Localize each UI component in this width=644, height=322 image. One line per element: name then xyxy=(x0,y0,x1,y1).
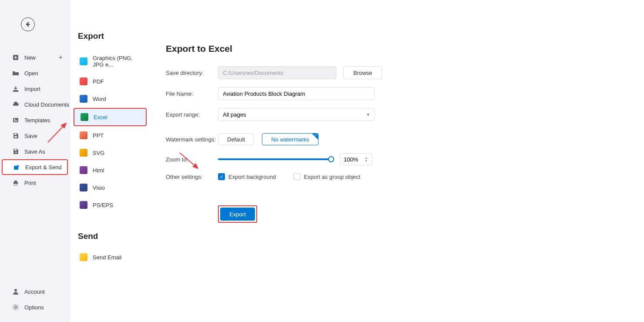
svg-point-26 xyxy=(14,289,17,292)
nav-label: Cloud Documents xyxy=(24,101,69,108)
nav-item-new[interactable]: New+ xyxy=(0,50,70,65)
export-background-label: Export background xyxy=(228,174,276,180)
nav-icon xyxy=(12,85,19,92)
format-item-word[interactable]: Word xyxy=(74,91,147,107)
format-label: PS/EPS xyxy=(93,202,113,208)
svg-rect-20 xyxy=(14,136,17,138)
svg-rect-16 xyxy=(14,119,15,120)
nav-icon xyxy=(12,70,19,77)
format-icon xyxy=(80,131,87,139)
svg-rect-25 xyxy=(14,184,17,185)
back-button[interactable] xyxy=(21,17,35,31)
nav-item-import[interactable]: Import xyxy=(0,81,70,97)
zoom-slider[interactable] xyxy=(218,158,331,160)
nav-label: Save As xyxy=(24,148,45,155)
browse-button[interactable]: Browse xyxy=(343,66,382,79)
plus-icon[interactable]: + xyxy=(59,54,63,61)
nav-icon xyxy=(12,148,19,155)
file-name-label: File Name: xyxy=(166,91,218,97)
nav-label: Print xyxy=(24,180,36,186)
nav-icon xyxy=(12,132,19,139)
save-dir-input[interactable] xyxy=(218,66,336,79)
watermark-label: Watermark settings: xyxy=(166,136,218,143)
page-title: Export to Excel xyxy=(166,44,631,54)
format-label: Send Email xyxy=(93,254,121,261)
format-item-send-email[interactable]: Send Email xyxy=(74,249,147,265)
nav-icon xyxy=(12,288,19,295)
nav-label: Templates xyxy=(24,117,50,124)
format-label: PPT xyxy=(93,132,104,139)
left-nav: New+OpenImportCloud DocumentsTemplatesSa… xyxy=(0,0,70,322)
export-range-label: Export range: xyxy=(166,111,218,118)
format-icon xyxy=(80,113,88,121)
save-dir-label: Save directory: xyxy=(166,70,218,76)
nav-icon xyxy=(12,101,19,108)
format-label: Html xyxy=(93,167,104,174)
export-group-label: Export as group object xyxy=(304,174,360,180)
svg-rect-18 xyxy=(14,121,17,121)
nav-icon xyxy=(12,304,19,311)
main-content: Export to Excel Save directory: Browse F… xyxy=(150,0,644,322)
nav-label: Open xyxy=(24,70,38,77)
format-item-pdf[interactable]: PDF xyxy=(74,73,147,90)
watermark-default-button[interactable]: Default xyxy=(218,133,254,145)
arrow-left-icon xyxy=(24,21,31,28)
svg-rect-17 xyxy=(14,120,17,121)
nav-icon xyxy=(13,164,20,171)
watermark-none-button[interactable]: No watermarks ✓ xyxy=(262,133,318,145)
send-heading: Send xyxy=(70,214,150,248)
export-format-panel: Export Graphics (PNG, JPG e...PDFWordExc… xyxy=(70,0,150,322)
format-item-ps-eps[interactable]: PS/EPS xyxy=(74,197,147,213)
nav-item-print[interactable]: Print xyxy=(0,175,70,191)
nav-icon xyxy=(12,54,19,61)
svg-point-27 xyxy=(15,306,17,309)
format-item-excel[interactable]: Excel xyxy=(74,108,147,126)
nav-label: Export & Send xyxy=(25,164,62,171)
format-icon xyxy=(80,149,87,157)
nav-item-cloud-documents[interactable]: Cloud Documents xyxy=(0,97,70,112)
format-label: Graphics (PNG, JPG e... xyxy=(93,55,141,68)
nav-label: Account xyxy=(24,288,45,295)
nav-label: Save xyxy=(24,133,37,139)
format-icon xyxy=(80,57,87,65)
format-icon xyxy=(80,77,87,85)
format-label: Word xyxy=(93,96,106,102)
svg-rect-19 xyxy=(14,134,17,135)
nav-item-options[interactable]: Options xyxy=(0,299,70,315)
zoom-stepper[interactable]: ▲▼ xyxy=(365,156,368,162)
format-icon xyxy=(80,253,87,261)
nav-icon xyxy=(12,117,19,124)
format-icon xyxy=(80,201,87,209)
nav-item-save-as[interactable]: Save As xyxy=(0,144,70,159)
format-label: PDF xyxy=(93,78,104,85)
zoom-label: Zoom to: xyxy=(166,156,218,163)
file-name-input[interactable] xyxy=(218,87,375,100)
format-label: SVG xyxy=(93,150,104,156)
format-label: Excel xyxy=(94,114,107,121)
format-item-html[interactable]: Html xyxy=(74,162,147,178)
format-icon xyxy=(80,166,87,174)
nav-label: Import xyxy=(24,86,40,92)
nav-item-export-send[interactable]: Export & Send xyxy=(2,159,68,175)
nav-item-account[interactable]: Account xyxy=(0,284,70,299)
format-label: Visio xyxy=(93,184,105,191)
format-item-ppt[interactable]: PPT xyxy=(74,127,147,144)
svg-rect-24 xyxy=(14,181,17,182)
format-item-graphics-png-jpg-e-[interactable]: Graphics (PNG, JPG e... xyxy=(74,50,147,72)
format-icon xyxy=(80,95,87,103)
format-icon xyxy=(80,184,87,191)
nav-item-templates[interactable]: Templates xyxy=(0,112,70,128)
format-item-visio[interactable]: Visio xyxy=(74,179,147,196)
export-button[interactable]: Export xyxy=(220,208,255,221)
format-item-svg[interactable]: SVG xyxy=(74,144,147,161)
export-range-select[interactable] xyxy=(218,108,375,121)
nav-item-save[interactable]: Save xyxy=(0,128,70,144)
svg-rect-21 xyxy=(14,149,17,151)
export-background-checkbox[interactable]: ✓ xyxy=(218,173,225,180)
nav-label: New xyxy=(24,54,36,61)
nav-item-open[interactable]: Open xyxy=(0,65,70,81)
export-heading: Export xyxy=(70,0,150,50)
export-group-checkbox[interactable] xyxy=(293,173,300,180)
other-settings-label: Other settings: xyxy=(166,174,218,180)
nav-label: Options xyxy=(24,304,44,311)
